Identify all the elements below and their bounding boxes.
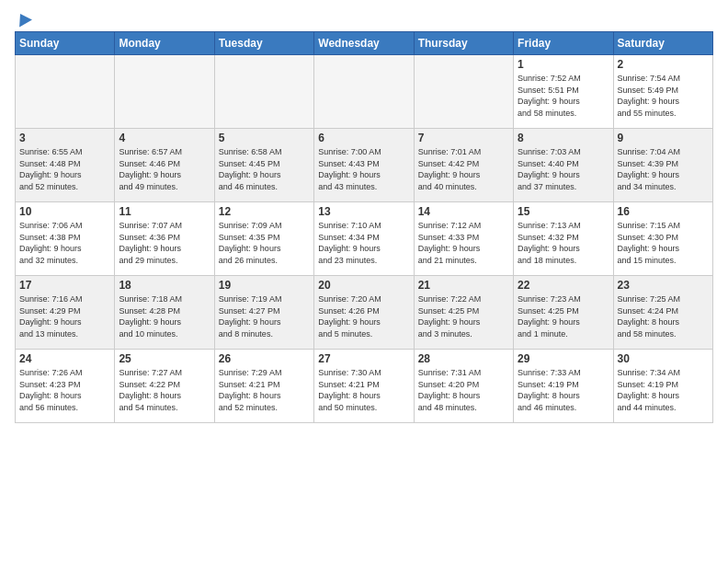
calendar-cell: 24Sunrise: 7:26 AMSunset: 4:23 PMDayligh… <box>16 350 115 423</box>
day-info: Sunrise: 7:19 AMSunset: 4:27 PMDaylight:… <box>219 293 310 339</box>
day-number: 16 <box>618 205 709 218</box>
calendar-cell: 9Sunrise: 7:04 AMSunset: 4:39 PMDaylight… <box>613 129 712 202</box>
calendar-cell: 25Sunrise: 7:27 AMSunset: 4:22 PMDayligh… <box>115 350 214 423</box>
calendar-cell: 28Sunrise: 7:31 AMSunset: 4:20 PMDayligh… <box>414 350 513 423</box>
day-info: Sunrise: 6:55 AMSunset: 4:48 PMDaylight:… <box>19 146 110 192</box>
calendar-cell: 19Sunrise: 7:19 AMSunset: 4:27 PMDayligh… <box>214 276 313 350</box>
day-number: 2 <box>618 58 709 71</box>
calendar-cell: 29Sunrise: 7:33 AMSunset: 4:19 PMDayligh… <box>514 350 613 423</box>
calendar-cell: 23Sunrise: 7:25 AMSunset: 4:24 PMDayligh… <box>613 276 712 350</box>
day-number: 13 <box>318 205 409 218</box>
day-number: 20 <box>318 279 409 292</box>
calendar-header-saturday: Saturday <box>613 32 712 55</box>
calendar-header-tuesday: Tuesday <box>214 32 313 55</box>
day-number: 22 <box>518 279 609 292</box>
calendar-cell: 3Sunrise: 6:55 AMSunset: 4:48 PMDaylight… <box>16 129 115 202</box>
logo-triangle-icon <box>14 10 32 27</box>
day-info: Sunrise: 7:18 AMSunset: 4:28 PMDaylight:… <box>119 293 210 339</box>
calendar-cell <box>414 55 513 129</box>
calendar-cell: 17Sunrise: 7:16 AMSunset: 4:29 PMDayligh… <box>16 276 115 350</box>
calendar-cell: 6Sunrise: 7:00 AMSunset: 4:43 PMDaylight… <box>314 129 414 202</box>
calendar-cell: 8Sunrise: 7:03 AMSunset: 4:40 PMDaylight… <box>514 129 613 202</box>
day-number: 21 <box>418 279 509 292</box>
day-number: 30 <box>618 352 709 365</box>
day-number: 1 <box>518 58 609 71</box>
day-number: 28 <box>418 352 509 365</box>
day-number: 15 <box>518 205 609 218</box>
calendar-week-5: 24Sunrise: 7:26 AMSunset: 4:23 PMDayligh… <box>16 350 713 423</box>
day-number: 11 <box>119 205 210 218</box>
day-number: 18 <box>119 279 210 292</box>
day-info: Sunrise: 7:26 AMSunset: 4:23 PMDaylight:… <box>19 367 110 413</box>
calendar-cell: 5Sunrise: 6:58 AMSunset: 4:45 PMDaylight… <box>214 129 313 202</box>
calendar-week-1: 1Sunrise: 7:52 AMSunset: 5:51 PMDaylight… <box>16 55 713 129</box>
calendar-header-friday: Friday <box>514 32 613 55</box>
day-info: Sunrise: 7:20 AMSunset: 4:26 PMDaylight:… <box>318 293 409 339</box>
day-info: Sunrise: 7:29 AMSunset: 4:21 PMDaylight:… <box>219 367 310 413</box>
calendar-cell: 18Sunrise: 7:18 AMSunset: 4:28 PMDayligh… <box>115 276 214 350</box>
day-number: 10 <box>19 205 110 218</box>
day-number: 4 <box>119 132 210 144</box>
calendar-cell: 26Sunrise: 7:29 AMSunset: 4:21 PMDayligh… <box>214 350 313 423</box>
day-info: Sunrise: 7:12 AMSunset: 4:33 PMDaylight:… <box>418 220 509 266</box>
day-number: 8 <box>518 132 609 144</box>
day-number: 6 <box>318 132 409 144</box>
day-info: Sunrise: 7:34 AMSunset: 4:19 PMDaylight:… <box>618 367 709 413</box>
day-number: 7 <box>418 132 509 144</box>
day-number: 26 <box>219 352 310 365</box>
day-number: 9 <box>618 132 709 144</box>
calendar-cell: 15Sunrise: 7:13 AMSunset: 4:32 PMDayligh… <box>514 202 613 276</box>
calendar-header-thursday: Thursday <box>414 32 513 55</box>
day-info: Sunrise: 7:03 AMSunset: 4:40 PMDaylight:… <box>518 146 609 192</box>
calendar-header-row: SundayMondayTuesdayWednesdayThursdayFrid… <box>16 32 713 55</box>
calendar-week-2: 3Sunrise: 6:55 AMSunset: 4:48 PMDaylight… <box>16 129 713 202</box>
calendar-cell <box>314 55 414 129</box>
day-info: Sunrise: 7:15 AMSunset: 4:30 PMDaylight:… <box>618 220 709 266</box>
calendar-cell: 12Sunrise: 7:09 AMSunset: 4:35 PMDayligh… <box>214 202 313 276</box>
calendar-cell: 20Sunrise: 7:20 AMSunset: 4:26 PMDayligh… <box>314 276 414 350</box>
day-number: 17 <box>19 279 110 292</box>
calendar-cell: 4Sunrise: 6:57 AMSunset: 4:46 PMDaylight… <box>115 129 214 202</box>
header <box>15 11 713 26</box>
day-info: Sunrise: 7:01 AMSunset: 4:42 PMDaylight:… <box>418 146 509 192</box>
day-info: Sunrise: 7:33 AMSunset: 4:19 PMDaylight:… <box>518 367 609 413</box>
day-info: Sunrise: 7:22 AMSunset: 4:25 PMDaylight:… <box>418 293 509 339</box>
day-info: Sunrise: 6:58 AMSunset: 4:45 PMDaylight:… <box>219 146 310 192</box>
day-number: 5 <box>219 132 310 144</box>
day-info: Sunrise: 7:16 AMSunset: 4:29 PMDaylight:… <box>19 293 110 339</box>
day-number: 29 <box>518 352 609 365</box>
calendar-cell: 11Sunrise: 7:07 AMSunset: 4:36 PMDayligh… <box>115 202 214 276</box>
day-number: 27 <box>318 352 409 365</box>
day-number: 23 <box>618 279 709 292</box>
calendar-cell: 22Sunrise: 7:23 AMSunset: 4:25 PMDayligh… <box>514 276 613 350</box>
calendar: SundayMondayTuesdayWednesdayThursdayFrid… <box>15 31 713 423</box>
day-info: Sunrise: 7:04 AMSunset: 4:39 PMDaylight:… <box>618 146 709 192</box>
logo <box>15 15 31 26</box>
calendar-header-monday: Monday <box>115 32 214 55</box>
calendar-cell <box>214 55 313 129</box>
calendar-cell: 13Sunrise: 7:10 AMSunset: 4:34 PMDayligh… <box>314 202 414 276</box>
calendar-cell <box>115 55 214 129</box>
day-info: Sunrise: 7:52 AMSunset: 5:51 PMDaylight:… <box>518 73 609 119</box>
day-info: Sunrise: 7:27 AMSunset: 4:22 PMDaylight:… <box>119 367 210 413</box>
calendar-cell: 16Sunrise: 7:15 AMSunset: 4:30 PMDayligh… <box>613 202 712 276</box>
day-number: 24 <box>19 352 110 365</box>
calendar-cell: 30Sunrise: 7:34 AMSunset: 4:19 PMDayligh… <box>613 350 712 423</box>
calendar-cell: 7Sunrise: 7:01 AMSunset: 4:42 PMDaylight… <box>414 129 513 202</box>
calendar-week-4: 17Sunrise: 7:16 AMSunset: 4:29 PMDayligh… <box>16 276 713 350</box>
day-info: Sunrise: 6:57 AMSunset: 4:46 PMDaylight:… <box>119 146 210 192</box>
day-info: Sunrise: 7:54 AMSunset: 5:49 PMDaylight:… <box>618 73 709 119</box>
calendar-cell: 27Sunrise: 7:30 AMSunset: 4:21 PMDayligh… <box>314 350 414 423</box>
day-number: 19 <box>219 279 310 292</box>
calendar-cell: 10Sunrise: 7:06 AMSunset: 4:38 PMDayligh… <box>16 202 115 276</box>
day-number: 25 <box>119 352 210 365</box>
day-info: Sunrise: 7:07 AMSunset: 4:36 PMDaylight:… <box>119 220 210 266</box>
day-info: Sunrise: 7:10 AMSunset: 4:34 PMDaylight:… <box>318 220 409 266</box>
calendar-cell: 14Sunrise: 7:12 AMSunset: 4:33 PMDayligh… <box>414 202 513 276</box>
calendar-header-sunday: Sunday <box>16 32 115 55</box>
day-number: 12 <box>219 205 310 218</box>
day-info: Sunrise: 7:09 AMSunset: 4:35 PMDaylight:… <box>219 220 310 266</box>
calendar-header-wednesday: Wednesday <box>314 32 414 55</box>
calendar-week-3: 10Sunrise: 7:06 AMSunset: 4:38 PMDayligh… <box>16 202 713 276</box>
day-info: Sunrise: 7:23 AMSunset: 4:25 PMDaylight:… <box>518 293 609 339</box>
